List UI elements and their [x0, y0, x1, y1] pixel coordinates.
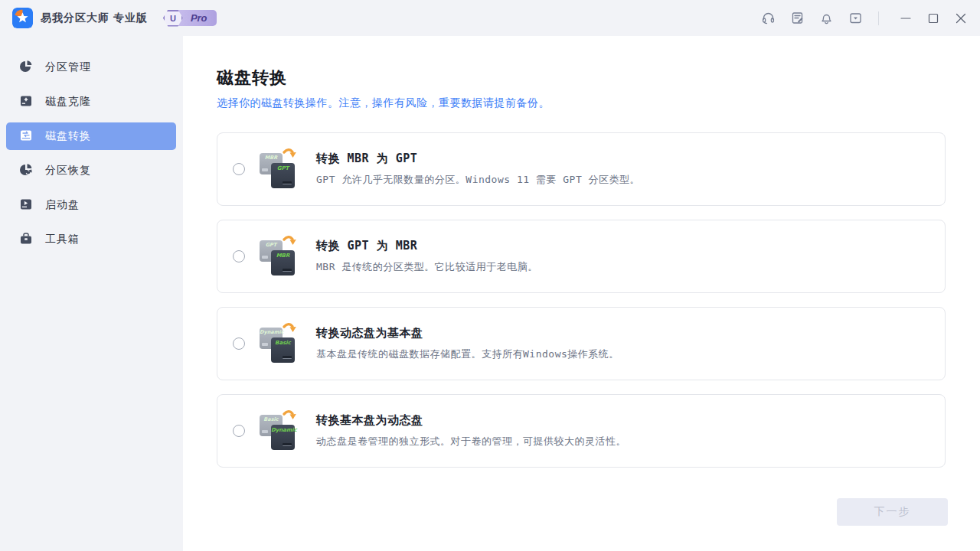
sidebar-item-label: 分区管理	[45, 60, 91, 74]
sidebar-item-disk-convert[interactable]: 磁盘转换	[6, 122, 176, 150]
basic-to-dynamic-icon: Basic Dynamic	[260, 412, 295, 450]
radio-button[interactable]	[233, 163, 245, 175]
sidebar-item-disk-clone[interactable]: 磁盘克隆	[6, 88, 176, 116]
option-title: 转换 GPT 为 MBR	[316, 239, 538, 253]
next-button[interactable]: 下一步	[837, 498, 948, 526]
minimize-icon[interactable]	[897, 10, 914, 27]
option-title: 转换动态盘为基本盘	[316, 326, 619, 341]
pie-recover-icon	[19, 163, 33, 179]
convert-arrow-icon	[282, 321, 297, 337]
titlebar-right	[746, 10, 969, 27]
close-icon[interactable]	[952, 10, 969, 27]
option-title: 转换基本盘为动态盘	[316, 413, 626, 428]
option-description: 基本盘是传统的磁盘数据存储配置。支持所有Windows操作系统。	[316, 347, 619, 361]
option-description: MBR 是传统的分区类型。它比较适用于老电脑。	[316, 260, 538, 274]
pie-chart-icon	[19, 60, 33, 76]
pro-badge-label: Pro	[191, 12, 207, 24]
menu-dropdown-icon[interactable]	[848, 11, 863, 26]
convert-arrow-icon	[282, 234, 297, 249]
maximize-icon[interactable]	[925, 10, 942, 27]
disk-convert-icon	[19, 129, 33, 145]
feedback-note-icon[interactable]	[789, 11, 805, 26]
convert-arrow-icon	[282, 409, 297, 424]
option-title: 转换 MBR 为 GPT	[316, 152, 640, 166]
convert-arrow-icon	[282, 147, 297, 162]
page-subtitle: 选择你的磁盘转换操作。注意，操作有风险，重要数据请提前备份。	[217, 96, 946, 110]
titlebar-divider	[878, 11, 879, 25]
bell-icon[interactable]	[818, 11, 834, 26]
boot-disk-icon	[19, 197, 33, 214]
headset-icon[interactable]	[760, 11, 776, 26]
sidebar-item-label: 工具箱	[45, 233, 80, 246]
radio-button[interactable]	[233, 250, 245, 262]
sidebar-item-label: 分区恢复	[45, 164, 91, 178]
option-card-dynamic-to-basic[interactable]: Dynamic Basic 转换动态盘为基本盘 基本盘是传统的磁盘数据存储配置。…	[217, 307, 946, 380]
option-description: 动态盘是卷管理的独立形式。对于卷的管理，可提供较大的灵活性。	[316, 435, 626, 448]
titlebar: 易我分区大师 专业版 U Pro	[0, 0, 980, 36]
radio-button[interactable]	[233, 425, 245, 437]
app-logo-icon	[12, 8, 33, 28]
mbr-to-gpt-icon: MBR GPT	[260, 150, 295, 188]
sidebar-item-label: 磁盘转换	[45, 129, 91, 143]
radio-button[interactable]	[233, 337, 245, 350]
option-card-gpt-to-mbr[interactable]: GPT MBR 转换 GPT 为 MBR MBR 是传统的分区类型。它比较适用于…	[217, 220, 946, 293]
gpt-to-mbr-icon: GPT MBR	[260, 237, 295, 276]
sidebar-item-label: 磁盘克隆	[45, 95, 91, 109]
dynamic-to-basic-icon: Dynamic Basic	[260, 324, 295, 363]
option-card-mbr-to-gpt[interactable]: MBR GPT 转换 MBR 为 GPT GPT 允许几乎无限数量的分区。Win…	[217, 132, 946, 206]
sidebar: 分区管理 磁盘克隆 磁盘转换 分区恢复 启动盘 工具箱	[0, 36, 183, 551]
app-window: 易我分区大师 专业版 U Pro	[0, 0, 980, 551]
sidebar-item-boot-disk[interactable]: 启动盘	[6, 191, 176, 219]
page-title: 磁盘转换	[217, 67, 946, 90]
titlebar-left: 易我分区大师 专业版 U Pro	[12, 8, 217, 28]
sidebar-item-partition-recover[interactable]: 分区恢复	[6, 157, 176, 184]
option-description: GPT 允许几乎无限数量的分区。Windows 11 需要 GPT 分区类型。	[316, 173, 640, 187]
sidebar-item-partition-manage[interactable]: 分区管理	[6, 54, 176, 81]
pro-badge: U Pro	[163, 10, 217, 27]
conversion-options: MBR GPT 转换 MBR 为 GPT GPT 允许几乎无限数量的分区。Win…	[217, 132, 946, 468]
option-card-basic-to-dynamic[interactable]: Basic Dynamic 转换基本盘为动态盘 动态盘是卷管理的独立形式。对于卷…	[217, 394, 946, 468]
app-title: 易我分区大师 专业版	[41, 11, 148, 25]
main-content: 磁盘转换 选择你的磁盘转换操作。注意，操作有风险，重要数据请提前备份。 MBR …	[183, 36, 980, 551]
sidebar-item-toolbox[interactable]: 工具箱	[6, 226, 176, 253]
sidebar-item-label: 启动盘	[45, 198, 80, 212]
toolbox-icon	[19, 232, 33, 248]
footer: 下一步	[837, 498, 948, 526]
disk-plus-icon	[19, 94, 33, 110]
